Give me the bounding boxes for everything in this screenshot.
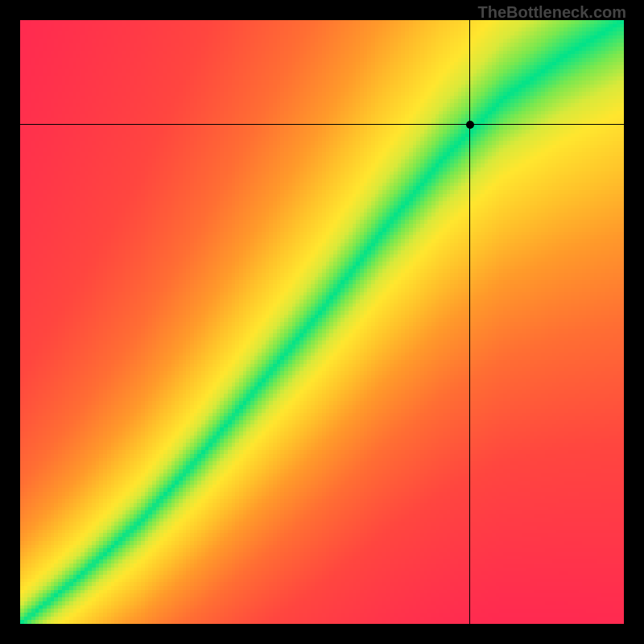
watermark-text: TheBottleneck.com <box>478 3 626 22</box>
heatmap-canvas <box>20 20 624 624</box>
heatmap-plot <box>20 20 624 624</box>
